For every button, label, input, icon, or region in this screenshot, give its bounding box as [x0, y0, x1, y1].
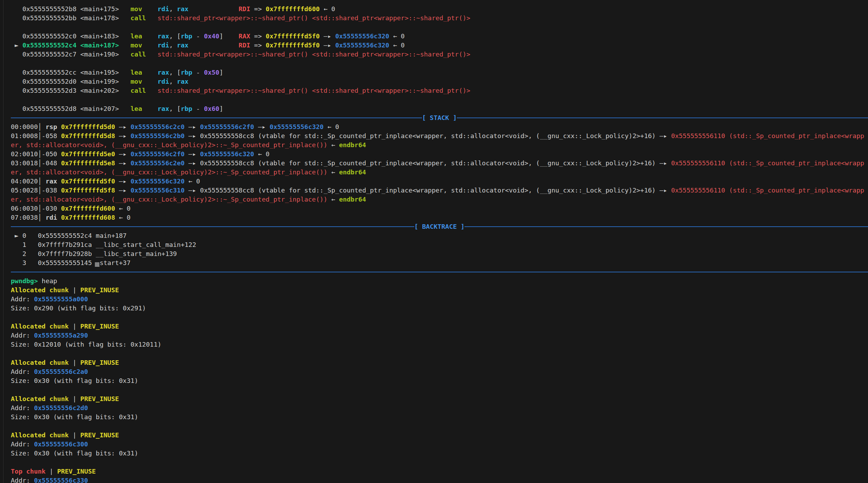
disasm-line: 0x5555555552d3 <main+202> call std::shar… — [11, 86, 868, 95]
stack-address: Allocated chunk — [11, 286, 69, 294]
mnemonic: lea — [130, 105, 142, 112]
disasm-line: 0x5555555552d8 <main+207> lea rax, [rbp … — [11, 104, 868, 113]
mnemonic: endbr64 — [339, 141, 366, 149]
text — [38, 277, 42, 285]
stack-entry: 04:0020│ rax 0x7fffffffd5f0 —▸ 0x5555555… — [11, 177, 868, 186]
text: 0x555555558cc8 — [200, 187, 254, 194]
code-symbol: <std::shared_ptr<wrapper>::~shared_ptr()… — [312, 87, 470, 94]
register: rdi — [158, 5, 169, 13]
text: │ — [38, 150, 42, 158]
heap-chunk-header: Allocated chunk | PREV_INUSE — [11, 286, 868, 295]
text: │ — [38, 187, 42, 194]
stack-address: 0x7fffffffd600 — [266, 5, 320, 13]
backtrace-frame: 1 0x7ffff7b291ca __libc_start_call_main+… — [11, 240, 868, 249]
text: —▸ — [184, 132, 200, 139]
text: 3 0x555555555145 _start+37 — [11, 259, 130, 266]
register: rax — [177, 41, 188, 49]
mnemonic: call — [130, 14, 146, 22]
text: —▸ — [115, 187, 130, 194]
code-symbol: (std::_Sp_counted_ptr_inplace<wrapp — [729, 159, 865, 167]
text: ← 0 — [320, 5, 335, 13]
stack-address: 0x7fffffffd5e0 — [61, 150, 115, 158]
text: | — [69, 286, 80, 294]
text: │ — [38, 214, 46, 221]
section-rule — [11, 118, 422, 118]
heap-address: 0x55555556c2f0 — [130, 150, 184, 158]
text — [223, 32, 239, 40]
command-line[interactable]: pwndbg> heap — [11, 277, 868, 286]
text — [142, 41, 157, 49]
register: rbp — [181, 32, 192, 40]
text — [308, 14, 312, 22]
mnemonic: mov — [130, 78, 142, 85]
blank-line — [11, 422, 868, 431]
mnemonic: mov — [130, 5, 142, 13]
stack-address: 0x7fffffffd5f8 — [61, 187, 115, 194]
heap-address: 0x55555556c2f0 — [200, 123, 254, 130]
text — [188, 41, 239, 49]
backtrace-frame: 2 0x7ffff7b2928b __libc_start_main+139 — [11, 249, 868, 258]
section-rule — [465, 226, 868, 227]
code-symbol: <std::shared_ptr<wrapper>::~shared_ptr()… — [312, 51, 470, 58]
text: 0x555555558cc8 — [200, 159, 254, 167]
text: │ — [38, 178, 46, 185]
code-symbol: er, std::allocator<void>, (__gnu_cxx::_L… — [11, 196, 327, 203]
text: -058 — [42, 132, 61, 139]
disasm-line: 0x5555555552cc <main+195> lea rax, [rbp … — [11, 68, 868, 77]
heap-address: 0x55555556c2a0 — [34, 368, 88, 375]
disasm-line: 0x5555555552c0 <main+183> lea rax, [rbp … — [11, 32, 868, 41]
heap-chunk-addr: Addr: 0x55555556c2a0 — [11, 367, 868, 376]
disasm-line: 0x5555555552d0 <main+199> mov rdi, rax — [11, 77, 868, 86]
text: 0x5555555552b8 <main+175> — [11, 5, 130, 13]
stack-address: PREV_INUSE — [57, 468, 96, 475]
current-address: 0x5555555552c4 <main+187> — [22, 41, 119, 49]
text — [146, 51, 158, 58]
text: —▸ — [115, 150, 130, 158]
stack-address: 0x7fffffffd5f0 — [266, 41, 320, 49]
mnemonic: endbr64 — [339, 168, 366, 176]
heap-chunk-size: Size: 0x30 (with flag bits: 0x31) — [11, 413, 868, 422]
heap-address: 0x55555555a000 — [34, 295, 88, 303]
text: ← — [327, 141, 339, 149]
current-instruction-marker-icon: ► — [15, 41, 18, 49]
text: => — [250, 5, 266, 13]
text: 0x5555555552c0 <main+183> — [11, 32, 130, 40]
section-rule — [457, 118, 868, 118]
code-symbol: 0x555555556110 — [671, 159, 725, 167]
register: rax — [158, 105, 169, 112]
stack-entry-wrap: er, std::allocator<void>, (__gnu_cxx::_L… — [11, 141, 868, 150]
text — [57, 178, 61, 185]
code-symbol: <std::shared_ptr<wrapper>::~shared_ptr()… — [312, 14, 470, 22]
heap-address: 0x55555556c300 — [34, 440, 88, 448]
register: rdi — [158, 41, 169, 49]
text — [142, 32, 157, 40]
text: | — [69, 431, 80, 439]
heap-chunk-addr: Addr: 0x55555556c300 — [11, 440, 868, 449]
immediate-value: 0x40 — [204, 32, 219, 40]
text: —▸ — [115, 178, 130, 185]
text: - — [192, 32, 204, 40]
text: —▸ — [184, 187, 200, 194]
register-label: RDI — [239, 41, 250, 49]
register-name: rsp — [46, 123, 57, 130]
stack-address: 0x7fffffffd5f0 — [266, 32, 320, 40]
text: —▸ — [184, 123, 200, 130]
text: , [ — [169, 105, 181, 112]
mnemonic: mov — [130, 41, 142, 49]
register-name: rdi — [46, 214, 57, 221]
text — [119, 41, 130, 49]
stack-address: 0x7fffffffd608 — [61, 214, 115, 221]
mnemonic: call — [130, 87, 146, 94]
stack-address: 0x7fffffffd5e8 — [61, 159, 115, 167]
terminal[interactable]: 0x5555555552b8 <main+175> mov rdi, rax R… — [11, 5, 868, 483]
code-symbol: std::shared_ptr<wrapper>::~shared_ptr() — [158, 14, 308, 22]
text: —▸ — [115, 132, 130, 139]
stack-address: 0x7fffffffd5d0 — [61, 123, 115, 130]
text: ← — [327, 196, 339, 203]
stack-entry-wrap: er, std::allocator<void>, (__gnu_cxx::_L… — [11, 195, 868, 204]
heap-address: 0x55555556c310 — [130, 187, 184, 194]
text: Addr: — [11, 440, 34, 448]
heap-chunk-header: Allocated chunk | PREV_INUSE — [11, 358, 868, 367]
disasm-line: 0x5555555552c7 <main+190> call std::shar… — [11, 50, 868, 59]
pwndbg-terminal-screen: { "colors": { "background": "#181818", "… — [0, 0, 868, 483]
